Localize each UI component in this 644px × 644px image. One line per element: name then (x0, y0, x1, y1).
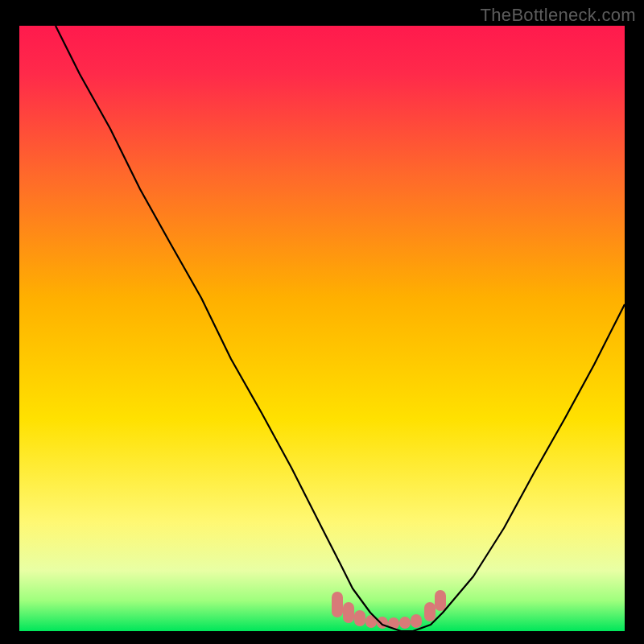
svg-rect-8 (424, 602, 436, 621)
svg-rect-7 (411, 614, 422, 628)
plot-svg (19, 26, 625, 631)
svg-rect-0 (332, 592, 343, 617)
bottleneck-plot (19, 26, 625, 631)
svg-rect-1 (343, 602, 354, 623)
watermark-text: TheBottleneck.com (481, 5, 636, 26)
gradient-background (19, 26, 625, 631)
svg-rect-9 (435, 590, 446, 611)
svg-rect-2 (354, 610, 365, 626)
svg-rect-6 (399, 617, 411, 629)
chart-stage: TheBottleneck.com (0, 0, 644, 644)
